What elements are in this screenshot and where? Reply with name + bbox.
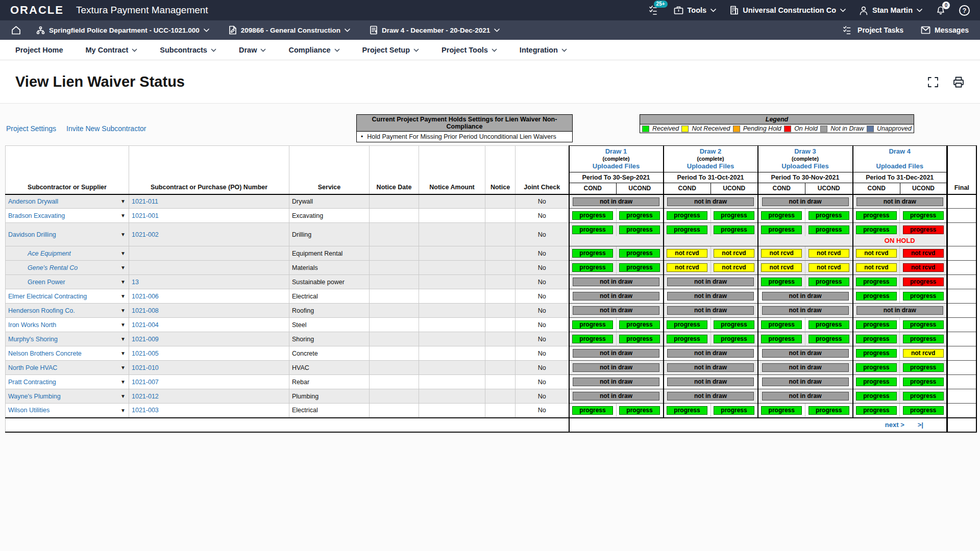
invite-subcontractor-link[interactable]: Invite New Subcontractor — [66, 124, 146, 133]
last-page-link[interactable]: >| — [918, 421, 923, 429]
subcontractor-link[interactable]: Ace Equipment — [8, 250, 71, 257]
po-number-link[interactable]: 1021-006 — [132, 293, 159, 300]
row-dropdown-icon[interactable]: ▼ — [120, 379, 126, 385]
row-dropdown-icon[interactable]: ▼ — [120, 350, 126, 356]
status-chip: progress — [903, 292, 944, 300]
po-number-link[interactable]: 1021-009 — [132, 336, 159, 343]
po-number-link[interactable]: 1021-011 — [132, 198, 158, 205]
service-cell: Electrical — [289, 289, 370, 304]
draw-name-label: Draw 4 - December - 20-Dec-2021 — [382, 27, 490, 34]
row-dropdown-icon[interactable]: ▼ — [120, 293, 126, 299]
subcontractor-link[interactable]: Nelson Brothers Concrete — [8, 350, 82, 357]
nav-item-my-contract[interactable]: My Contract — [85, 46, 137, 54]
uploaded-files-link[interactable]: Uploaded Files — [758, 162, 852, 170]
po-number-link[interactable]: 1021-005 — [132, 350, 159, 357]
row-dropdown-icon[interactable]: ▼ — [120, 308, 126, 313]
draw-status-cell: progressprogress — [853, 275, 947, 289]
tools-menu[interactable]: Tools — [674, 6, 717, 15]
row-dropdown-icon[interactable]: ▼ — [120, 232, 126, 237]
subcontractor-link[interactable]: Wayne's Plumbing — [8, 393, 61, 400]
main-nav: Project HomeMy ContractSubcontractsDrawC… — [0, 40, 980, 60]
row-dropdown-icon[interactable]: ▼ — [120, 408, 126, 413]
draw-status-cell: not rcvdnot rcvd — [758, 261, 853, 275]
po-number-link[interactable]: 1021-010 — [132, 364, 159, 371]
row-dropdown-icon[interactable]: ▼ — [120, 279, 126, 285]
help-button[interactable]: ? — [959, 5, 970, 16]
subcontractor-link[interactable]: Gene's Rental Co — [8, 264, 78, 271]
status-chip: progress — [667, 211, 707, 220]
final-column-header: Final — [947, 146, 976, 194]
project-settings-link[interactable]: Project Settings — [6, 124, 56, 133]
draw-link[interactable]: Draw 1 — [570, 147, 663, 156]
uploaded-files-link[interactable]: Uploaded Files — [664, 162, 757, 170]
uploaded-files-link[interactable]: Uploaded Files — [570, 162, 663, 170]
po-number-link[interactable]: 1021-007 — [132, 379, 159, 386]
subcontractor-link[interactable]: Wilson Utilities — [8, 407, 50, 414]
po-number-cell — [129, 246, 289, 261]
po-number-link[interactable]: 1021-002 — [132, 231, 159, 238]
lien-table-body: Anderson Drywall▼1021-011DrywallNonot in… — [6, 194, 976, 432]
subcontractor-link[interactable]: Green Power — [8, 279, 65, 286]
po-number-cell: 1021-011 — [129, 194, 289, 209]
notifications-button[interactable]: 0 — [936, 5, 946, 15]
fullscreen-icon[interactable] — [927, 76, 939, 88]
subcontractor-link[interactable]: Elmer Electrical Contracting — [8, 293, 87, 300]
nav-item-compliance[interactable]: Compliance — [288, 46, 339, 54]
subcontractor-link[interactable]: Davidson Drilling — [8, 231, 56, 238]
uploaded-files-link[interactable]: Uploaded Files — [853, 162, 947, 170]
row-dropdown-icon[interactable]: ▼ — [120, 336, 126, 342]
draw-link[interactable]: Draw 3 — [758, 147, 852, 156]
po-number-link[interactable]: 1021-001 — [132, 212, 159, 219]
organization-menu[interactable]: Universal Construction Co — [729, 6, 846, 15]
messages-button[interactable]: Messages — [921, 26, 969, 34]
row-dropdown-icon[interactable]: ▼ — [120, 393, 126, 399]
subcontractor-link[interactable]: North Pole HVAC — [8, 364, 57, 371]
row-dropdown-icon[interactable]: ▼ — [120, 251, 126, 256]
table-row: Gene's Rental Co▼MaterialsNoprogressprog… — [6, 261, 976, 275]
nav-item-project-home[interactable]: Project Home — [15, 46, 63, 54]
po-number-link[interactable]: 1021-004 — [132, 321, 159, 329]
status-chip: progress — [808, 335, 849, 343]
service-cell: Rebar — [289, 375, 370, 389]
user-menu[interactable]: Stan Martin — [859, 6, 922, 15]
chevron-down-icon — [413, 48, 419, 52]
project-tasks-button[interactable]: Project Tasks — [843, 26, 903, 35]
po-number-link[interactable]: 1021-008 — [132, 307, 159, 314]
draw-status-cell: not in draw — [853, 304, 947, 318]
nav-item-project-setup[interactable]: Project Setup — [362, 46, 419, 54]
contract-selector[interactable]: 209866 - General Construction — [229, 26, 350, 35]
subcontractor-cell: Henderson Roofing Co.▼ — [6, 304, 129, 318]
draw-link[interactable]: Draw 4 — [853, 147, 947, 156]
nav-item-draw[interactable]: Draw — [239, 46, 266, 54]
subcontractor-link[interactable]: Anderson Drywall — [8, 198, 58, 205]
po-number-link[interactable]: 1021-003 — [132, 407, 159, 414]
row-dropdown-icon[interactable]: ▼ — [120, 322, 126, 328]
global-tasks-button[interactable]: 25+ — [649, 5, 660, 15]
subcontractor-link[interactable]: Murphy's Shoring — [8, 336, 58, 343]
nav-item-project-tools[interactable]: Project Tools — [442, 46, 497, 54]
subcontractor-link[interactable]: Bradson Excavating — [8, 212, 65, 219]
draw-selector[interactable]: Draw 4 - December - 20-Dec-2021 — [370, 26, 500, 35]
status-chip: progress — [903, 278, 944, 286]
row-dropdown-icon[interactable]: ▼ — [120, 365, 126, 370]
nav-item-integration[interactable]: Integration — [520, 46, 567, 54]
nav-item-subcontracts[interactable]: Subcontracts — [160, 46, 216, 54]
po-number-link[interactable]: 13 — [132, 279, 139, 286]
home-button[interactable] — [11, 26, 21, 35]
subcontractor-link[interactable]: Iron Works North — [8, 321, 56, 329]
subcontractor-link[interactable]: Henderson Roofing Co. — [8, 307, 75, 314]
joint-check-cell: No — [516, 194, 569, 209]
draw-status-cell: progressprogress — [569, 223, 664, 246]
project-selector[interactable]: Springfield Police Department - UCC-1021… — [36, 26, 209, 35]
next-page-link[interactable]: next > — [885, 421, 904, 429]
po-number-cell: 1021-007 — [129, 375, 289, 389]
row-dropdown-icon[interactable]: ▼ — [120, 198, 126, 204]
subcontractor-link[interactable]: Pratt Contracting — [8, 379, 56, 386]
draw-link[interactable]: Draw 2 — [664, 147, 757, 156]
po-number-link[interactable]: 1021-012 — [132, 393, 159, 400]
service-cell: Drilling — [289, 223, 370, 246]
print-icon[interactable] — [952, 76, 965, 88]
row-dropdown-icon[interactable]: ▼ — [120, 213, 126, 218]
table-row: Ace Equipment▼Equipment RentalNoprogress… — [6, 246, 976, 261]
row-dropdown-icon[interactable]: ▼ — [120, 265, 126, 270]
